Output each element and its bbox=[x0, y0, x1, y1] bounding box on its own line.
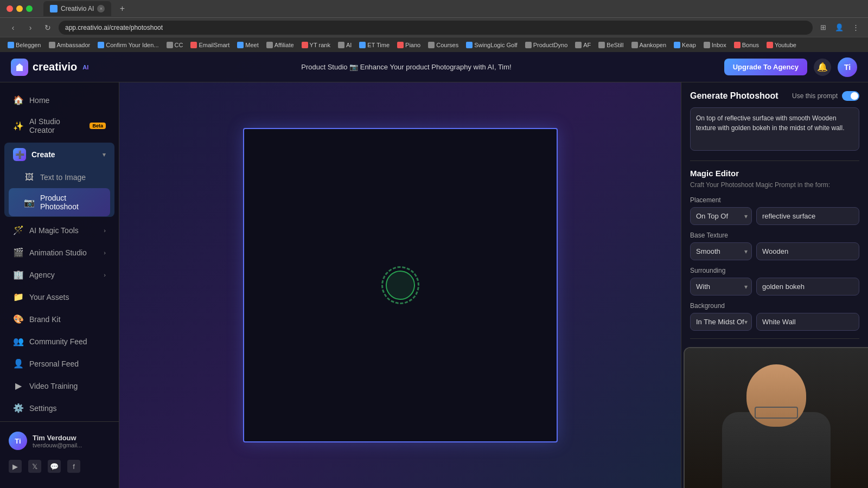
bookmark-emailsmart[interactable]: EmailSmart bbox=[187, 41, 233, 49]
magic-editor-title: Magic Editor bbox=[690, 169, 859, 178]
background-text-field[interactable] bbox=[756, 313, 859, 331]
background-select[interactable]: In The Midst Of Against With On bbox=[690, 313, 752, 331]
base-texture-text-field[interactable] bbox=[756, 242, 859, 260]
canvas-container[interactable] bbox=[243, 128, 558, 442]
sidebar-item-community-feed[interactable]: 👥 Community Feed bbox=[4, 331, 114, 352]
sidebar-item-video-training[interactable]: ▶ Video Training bbox=[4, 375, 114, 396]
panel-title: Generate Photoshoot bbox=[690, 91, 778, 101]
surrounding-select[interactable]: With Around Near Beside bbox=[690, 278, 752, 296]
sidebar-item-product-photoshoot-label: Product Photoshoot bbox=[40, 194, 101, 211]
bookmark-ambassador[interactable]: Ambassador bbox=[46, 41, 94, 49]
background-select-wrapper: In The Midst Of Against With On bbox=[690, 313, 752, 331]
personal-feed-icon: 👤 bbox=[13, 358, 24, 369]
animation-chevron-icon: › bbox=[104, 249, 106, 256]
notifications-button[interactable]: 🔔 bbox=[814, 59, 831, 76]
placement-text-field[interactable] bbox=[756, 207, 859, 225]
sidebar-item-ai-magic-tools-label: AI Magic Tools bbox=[29, 226, 98, 235]
sidebar-item-product-photoshoot[interactable]: 📷 Product Photoshoot bbox=[9, 188, 110, 216]
user-profile[interactable]: Ti Tim Verdouw tverdouw@gmail... bbox=[0, 426, 119, 455]
animation-studio-icon: 🎬 bbox=[13, 247, 24, 258]
bookmark-beleggen[interactable]: Beleggen bbox=[4, 41, 44, 49]
sidebar-item-create[interactable]: ➕ Create ▾ bbox=[4, 143, 114, 166]
use-prompt-row: Use this prompt bbox=[792, 91, 859, 101]
bookmarks-bar: Beleggen Ambassador Confirm Your Iden...… bbox=[0, 37, 868, 52]
sidebar-item-ai-magic-tools[interactable]: 🪄 AI Magic Tools › bbox=[4, 220, 114, 241]
bookmark-cc[interactable]: CC bbox=[163, 41, 187, 49]
sidebar-item-text-to-image-label: Text to Image bbox=[40, 173, 101, 182]
forward-button[interactable]: › bbox=[24, 21, 37, 34]
app-header: creativio AI Product Studio 📷 Enhance Yo… bbox=[0, 52, 868, 82]
minimize-button[interactable] bbox=[16, 5, 23, 12]
background-label: Background bbox=[690, 302, 859, 310]
sidebar-item-text-to-image[interactable]: 🖼 Text to Image bbox=[9, 167, 110, 188]
youtube-social-icon[interactable]: ▶ bbox=[9, 460, 22, 473]
sidebar-item-home[interactable]: 🏠 Home bbox=[4, 89, 114, 111]
upgrade-button[interactable]: Upgrade To Agency bbox=[724, 59, 807, 75]
facebook-social-icon[interactable]: f bbox=[67, 460, 80, 473]
bookmark-affiliate[interactable]: Affiliate bbox=[263, 41, 297, 49]
sidebar-item-settings[interactable]: ⚙️ Settings bbox=[4, 397, 114, 419]
sidebar-item-animation-studio[interactable]: 🎬 Animation Studio › bbox=[4, 242, 114, 263]
close-button[interactable] bbox=[7, 5, 13, 12]
loading-spinner bbox=[376, 262, 424, 309]
traffic-lights bbox=[7, 5, 33, 12]
browser-toolbar: ‹ › ↻ ⊞ 👤 ⋮ bbox=[0, 17, 868, 37]
bookmark-courses[interactable]: Courses bbox=[425, 41, 462, 49]
refresh-button[interactable]: ↻ bbox=[41, 21, 54, 34]
logo-icon bbox=[11, 59, 28, 76]
bookmark-keap[interactable]: Keap bbox=[671, 41, 699, 49]
placement-label: Placement bbox=[690, 196, 859, 204]
base-texture-select[interactable]: Smooth Rough Silky Matte Glossy bbox=[690, 242, 752, 260]
sidebar-item-home-label: Home bbox=[29, 96, 106, 105]
divider-2 bbox=[690, 338, 859, 339]
user-email: tverdouw@gmail... bbox=[33, 442, 110, 448]
bookmark-ytrank[interactable]: YT rank bbox=[298, 41, 334, 49]
bookmark-ettime[interactable]: ET Time bbox=[356, 41, 393, 49]
sidebar-item-ai-studio[interactable]: ✨ AI Studio Creator Beta bbox=[4, 112, 114, 140]
surrounding-row: With Around Near Beside bbox=[690, 278, 859, 296]
bookmark-af[interactable]: AF bbox=[572, 41, 594, 49]
tab-close-button[interactable]: × bbox=[97, 5, 105, 12]
placement-select[interactable]: On Top Of In The Midst Of With Smooth Ph… bbox=[690, 207, 752, 225]
bookmark-meet[interactable]: Meet bbox=[234, 41, 261, 49]
panel-header: Generate Photoshoot Use this prompt bbox=[690, 91, 859, 101]
twitter-social-icon[interactable]: 𝕏 bbox=[28, 460, 41, 473]
extensions-button[interactable]: ⊞ bbox=[817, 22, 829, 34]
bookmark-piano[interactable]: Piano bbox=[394, 41, 424, 49]
use-prompt-toggle[interactable] bbox=[842, 91, 859, 101]
surrounding-text-field[interactable] bbox=[756, 278, 859, 296]
bookmark-youtube[interactable]: Youtube bbox=[763, 41, 800, 49]
bookmark-swinglogic[interactable]: SwingLogic Golf bbox=[463, 41, 521, 49]
bookmark-bestill[interactable]: BeStill bbox=[595, 41, 627, 49]
more-button[interactable]: ⋮ bbox=[850, 22, 861, 34]
bookmark-ai[interactable]: AI bbox=[335, 41, 355, 49]
profile-button[interactable]: 👤 bbox=[833, 22, 845, 34]
bookmark-bonus[interactable]: Bonus bbox=[731, 41, 762, 49]
ai-magic-tools-icon: 🪄 bbox=[13, 225, 24, 235]
text-to-image-icon: 🖼 bbox=[24, 172, 35, 182]
prompt-textarea[interactable]: On top of reflective surface with smooth… bbox=[690, 107, 859, 151]
create-icon: ➕ bbox=[13, 148, 26, 161]
sidebar-item-agency-label: Agency bbox=[29, 271, 98, 279]
sidebar-item-personal-feed[interactable]: 👤 Personal Feed bbox=[4, 353, 114, 374]
bookmark-confirm[interactable]: Confirm Your Iden... bbox=[94, 41, 162, 49]
bookmark-productdyno[interactable]: ProductDyno bbox=[522, 41, 571, 49]
bookmark-inbox[interactable]: Inbox bbox=[700, 41, 730, 49]
user-avatar-button[interactable]: Ti bbox=[838, 57, 857, 77]
app-logo: creativio AI bbox=[11, 59, 88, 76]
browser-tab[interactable]: Creativio AI × bbox=[43, 1, 111, 16]
browser-chrome: Creativio AI × + ‹ › ↻ ⊞ 👤 ⋮ Beleggen Am… bbox=[0, 0, 868, 52]
bookmark-aankopen[interactable]: Aankopen bbox=[628, 41, 670, 49]
sidebar-item-brand-kit[interactable]: 🎨 Brand Kit bbox=[4, 309, 114, 330]
product-photoshoot-icon: 📷 bbox=[24, 197, 35, 208]
sidebar-item-agency[interactable]: 🏢 Agency › bbox=[4, 264, 114, 285]
new-tab-button[interactable]: + bbox=[116, 2, 129, 15]
video-training-icon: ▶ bbox=[13, 381, 24, 391]
maximize-button[interactable] bbox=[26, 5, 33, 12]
user-info: Tim Verdouw tverdouw@gmail... bbox=[33, 434, 110, 448]
address-bar[interactable] bbox=[59, 21, 813, 35]
social-links: ▶ 𝕏 💬 f bbox=[0, 455, 119, 477]
discord-social-icon[interactable]: 💬 bbox=[48, 460, 61, 473]
back-button[interactable]: ‹ bbox=[7, 21, 20, 34]
sidebar-item-your-assets[interactable]: 📁 Your Assets bbox=[4, 286, 114, 307]
